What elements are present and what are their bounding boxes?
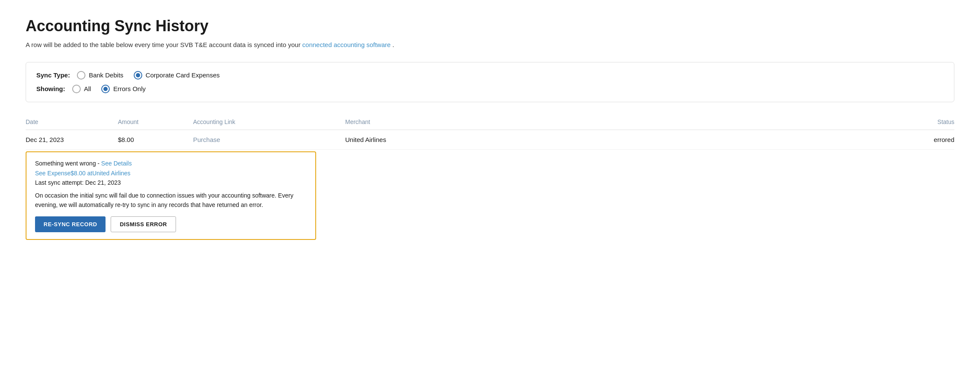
- radio-circle-corporate-card: [134, 71, 142, 80]
- sync-type-radio-group: Bank Debits Corporate Card Expenses: [77, 71, 220, 80]
- radio-all[interactable]: All: [72, 85, 91, 93]
- sync-history-table: Date Amount Accounting Link Merchant Sta…: [26, 114, 954, 240]
- cell-accounting-link: Purchase: [193, 136, 338, 143]
- radio-label-errors-only: Errors Only: [113, 85, 146, 92]
- cell-status: errored: [903, 136, 954, 143]
- error-actions: RE-SYNC RECORD DISMISS ERROR: [35, 216, 307, 232]
- table-row: Dec 21, 2023 $8.00 Purchase United Airli…: [26, 130, 954, 150]
- see-details-link[interactable]: See Details: [101, 160, 132, 167]
- radio-label-all: All: [84, 85, 91, 92]
- cell-date: Dec 21, 2023: [26, 136, 111, 143]
- page-description: A row will be added to the table below e…: [26, 40, 954, 50]
- radio-circle-bank-debits: [77, 71, 85, 80]
- cell-amount: $8.00: [118, 136, 186, 143]
- page-title: Accounting Sync History: [26, 17, 954, 35]
- radio-circle-errors-only: [101, 85, 110, 93]
- sync-type-row: Sync Type: Bank Debits Corporate Card Ex…: [36, 71, 944, 80]
- resync-button[interactable]: RE-SYNC RECORD: [35, 216, 106, 232]
- radio-bank-debits[interactable]: Bank Debits: [77, 71, 123, 80]
- radio-label-corporate-card: Corporate Card Expenses: [146, 71, 220, 79]
- last-sync-label: Last sync attempt:: [35, 179, 84, 186]
- cell-merchant: United Airlines: [345, 136, 896, 143]
- description-prefix: A row will be added to the table below e…: [26, 41, 302, 48]
- showing-label: Showing:: [36, 85, 65, 92]
- radio-corporate-card[interactable]: Corporate Card Expenses: [134, 71, 220, 80]
- see-expense-link[interactable]: See Expense$8.00 atUnited Airlines: [35, 170, 307, 177]
- showing-radio-group: All Errors Only: [72, 85, 146, 93]
- last-sync-date: Dec 21, 2023: [85, 179, 121, 186]
- error-detail-box: Something went wrong - See Details See E…: [26, 151, 316, 240]
- header-date: Date: [26, 118, 111, 125]
- error-description: On occasion the initial sync will fail d…: [35, 191, 307, 210]
- header-amount: Amount: [118, 118, 186, 125]
- header-accounting-link: Accounting Link: [193, 118, 338, 125]
- last-sync-line: Last sync attempt: Dec 21, 2023: [35, 178, 307, 187]
- dismiss-button[interactable]: DISMISS ERROR: [111, 216, 176, 232]
- error-something-wrong-prefix: Something went wrong -: [35, 160, 101, 167]
- table-header: Date Amount Accounting Link Merchant Sta…: [26, 114, 954, 130]
- sync-type-label: Sync Type:: [36, 71, 70, 79]
- filter-box: Sync Type: Bank Debits Corporate Card Ex…: [26, 62, 954, 102]
- radio-label-bank-debits: Bank Debits: [89, 71, 123, 79]
- header-merchant: Merchant: [345, 118, 896, 125]
- description-suffix: .: [393, 41, 394, 48]
- header-status: Status: [903, 118, 954, 125]
- radio-circle-all: [72, 85, 81, 93]
- accounting-software-link[interactable]: connected accounting software: [302, 41, 391, 48]
- error-something-wrong-line: Something went wrong - See Details: [35, 159, 307, 168]
- showing-row: Showing: All Errors Only: [36, 85, 944, 93]
- radio-errors-only[interactable]: Errors Only: [101, 85, 146, 93]
